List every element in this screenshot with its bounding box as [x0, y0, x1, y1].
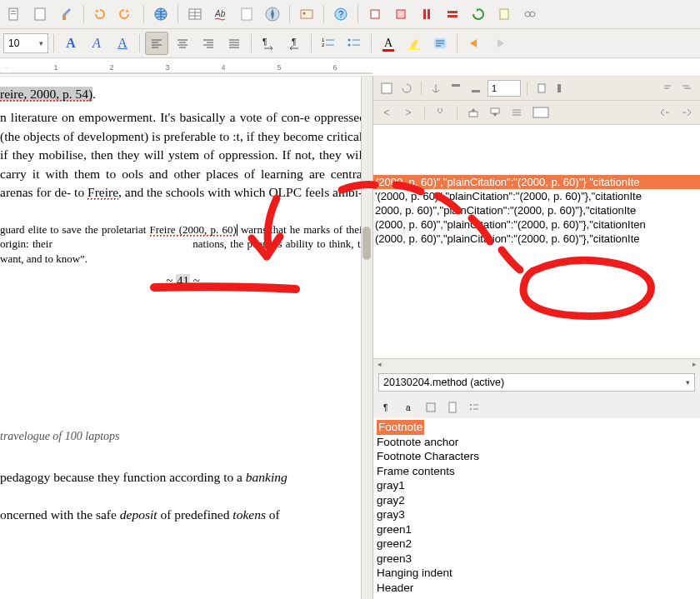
format-toolbar: 10 ▾ A A A ¶ ¶ 12 A: [0, 29, 700, 58]
italic-icon[interactable]: A: [85, 32, 108, 55]
font-size-value: 10: [8, 37, 19, 49]
svg-rect-75: [491, 108, 499, 113]
nav-reload-icon[interactable]: [398, 80, 415, 97]
gallery-icon[interactable]: [295, 2, 318, 26]
nav-header-icon[interactable]: [448, 80, 464, 97]
document-view[interactable]: reire, 2000, p. 54). n literature on emp…: [0, 77, 372, 599]
align-justify-icon[interactable]: [222, 32, 246, 55]
bullet-list-icon[interactable]: [342, 32, 366, 55]
nav-back-icon[interactable]: [462, 32, 486, 55]
citation-row[interactable]: 2000, p. 60)","plainCitation":"(2000, p.…: [373, 203, 700, 217]
nav-toggle-icon[interactable]: [378, 80, 395, 97]
nav-ch-up-icon[interactable]: [465, 104, 482, 121]
nav-list-icon[interactable]: [508, 104, 525, 121]
svg-text:2: 2: [322, 42, 325, 47]
style-item-selected[interactable]: Footnote: [377, 420, 424, 435]
navigator-hscroll[interactable]: ◂ ▸: [373, 358, 700, 368]
nav-hdg-left-icon[interactable]: [378, 104, 395, 121]
nav-clip-icon[interactable]: [432, 104, 449, 121]
frame-style-icon[interactable]: [422, 399, 439, 416]
navigator-doc-select[interactable]: 20130204.method (active) ▾: [378, 373, 695, 392]
svg-rect-67: [472, 90, 480, 92]
paragraph-bg-icon[interactable]: [428, 32, 452, 55]
scroll-left-icon[interactable]: ◂: [373, 360, 385, 368]
style-item[interactable]: Header: [377, 581, 697, 596]
format-paintbrush-icon[interactable]: [55, 2, 78, 26]
nav-hdg-right-icon[interactable]: [400, 104, 417, 121]
navigator-content[interactable]: (2000, p. 60)","plainCitation":"(2000, p…: [373, 125, 700, 358]
style-item[interactable]: gray2: [377, 493, 697, 508]
style-item[interactable]: Footnote Characters: [377, 449, 697, 464]
nav-ch-down-icon[interactable]: [487, 104, 503, 121]
list-style-icon[interactable]: [466, 399, 482, 416]
align-left-icon[interactable]: [145, 32, 168, 55]
nav-promote-icon[interactable]: [658, 80, 675, 97]
nav-demote-icon[interactable]: [678, 80, 695, 97]
style-item[interactable]: Frame contents: [377, 464, 697, 479]
citation-row[interactable]: '(2000, p. 60)","plainCitation":"(2000, …: [373, 189, 700, 203]
page-icon[interactable]: [235, 2, 258, 26]
para-ltr-icon[interactable]: ¶: [257, 32, 280, 55]
undo-icon[interactable]: [89, 2, 112, 26]
style-item[interactable]: Footnote anchor: [377, 435, 697, 450]
scrollbar[interactable]: [361, 77, 372, 599]
svg-text:?: ?: [338, 9, 343, 19]
nav-footer-icon[interactable]: [468, 80, 484, 97]
font-color-icon[interactable]: A: [377, 32, 400, 55]
zotero-b-icon[interactable]: [389, 2, 412, 26]
navigator-icon[interactable]: [261, 2, 284, 26]
highlight-icon[interactable]: [402, 32, 426, 55]
page-style-icon[interactable]: [444, 399, 461, 416]
style-list[interactable]: Footnote Footnote anchor Footnote Charac…: [373, 418, 700, 599]
para-rtl-icon[interactable]: ¶: [282, 32, 306, 55]
hyperlink-icon[interactable]: [149, 2, 172, 26]
style-item[interactable]: green2: [377, 537, 697, 552]
zotero-c-icon[interactable]: [415, 2, 438, 26]
svg-rect-22: [448, 15, 458, 17]
doc-properties-icon[interactable]: [3, 2, 27, 26]
new-doc-icon[interactable]: [29, 2, 52, 26]
spellcheck-icon[interactable]: Ab: [209, 2, 232, 26]
table-icon[interactable]: [183, 2, 207, 26]
zotero-prefs-icon[interactable]: [492, 2, 516, 26]
svg-point-49: [348, 44, 351, 47]
bold-icon[interactable]: A: [59, 32, 82, 55]
font-size-input[interactable]: 10 ▾: [3, 33, 48, 53]
number-list-icon[interactable]: 12: [317, 32, 340, 55]
nav-outdent-icon[interactable]: [657, 104, 673, 121]
nav-reminder-icon[interactable]: [553, 80, 570, 97]
style-item[interactable]: green1: [377, 522, 697, 537]
align-right-icon[interactable]: [197, 32, 220, 55]
style-item[interactable]: green3: [377, 552, 697, 567]
nav-forward-icon[interactable]: [488, 32, 512, 55]
para-style-icon[interactable]: ¶: [379, 399, 396, 416]
style-item[interactable]: gray3: [377, 507, 697, 522]
redo-icon[interactable]: [115, 2, 138, 26]
svg-rect-19: [423, 9, 426, 19]
zotero-unlink-icon[interactable]: [518, 2, 542, 26]
nav-page-input[interactable]: [488, 80, 521, 97]
align-center-icon[interactable]: [171, 32, 194, 55]
citation-row-selected[interactable]: (2000, p. 60)","plainCitation":"(2000, p…: [373, 175, 700, 189]
underline-icon[interactable]: A: [111, 32, 134, 55]
zotero-d-icon[interactable]: [441, 2, 464, 26]
svg-rect-17: [371, 10, 379, 18]
body-paragraph: n literature on empowerment. It's basica…: [0, 108, 366, 202]
svg-rect-69: [558, 84, 561, 92]
scroll-right-icon[interactable]: ▸: [688, 360, 700, 368]
help-icon[interactable]: ?: [329, 2, 352, 26]
style-item[interactable]: Hanging indent: [377, 566, 697, 581]
zotero-refresh-icon[interactable]: [467, 2, 490, 26]
char-style-icon[interactable]: a: [401, 399, 418, 416]
nav-drag-icon[interactable]: [533, 80, 550, 97]
citation-row[interactable]: (2000, p. 60)","plainCitation":"(2000, p…: [373, 232, 700, 246]
style-item[interactable]: gray1: [377, 478, 697, 493]
scroll-thumb[interactable]: [362, 227, 371, 260]
nav-indent-icon[interactable]: [678, 104, 695, 121]
svg-rect-3: [35, 8, 45, 20]
citation-row[interactable]: (2000, p. 60)","plainCitation":"(2000, p…: [373, 217, 700, 232]
nav-headings-icon[interactable]: [530, 104, 553, 121]
zotero-a-icon[interactable]: [363, 2, 387, 26]
nav-anchor-icon[interactable]: [428, 80, 444, 97]
side-panels: (2000, p. 60)","plainCitation":"(2000, p…: [372, 77, 700, 599]
